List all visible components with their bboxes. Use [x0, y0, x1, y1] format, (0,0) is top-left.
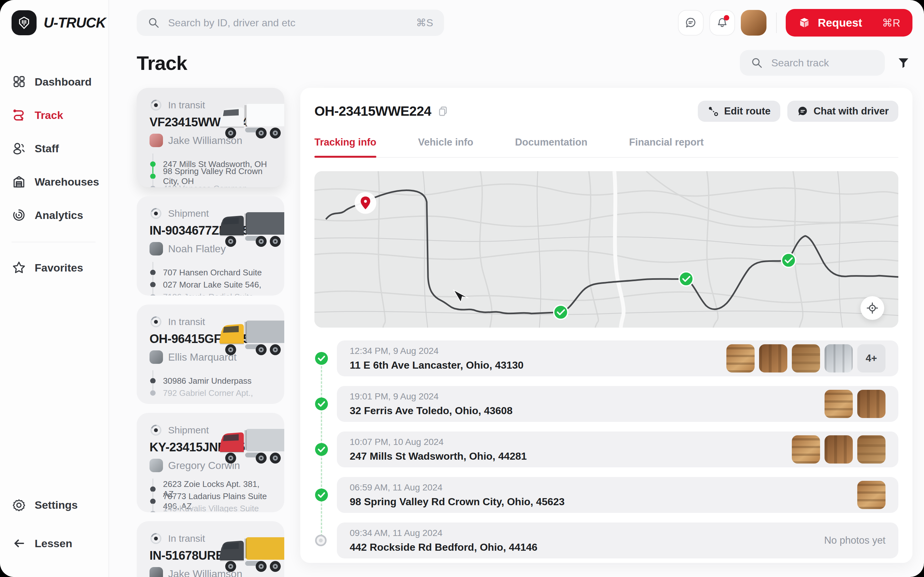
route-checkpoint-2 — [679, 272, 693, 286]
stops-list: 247 Mills St Wadsworth, OH 98 Spring Val… — [150, 158, 271, 187]
driver-avatar — [150, 567, 163, 577]
collapse-sidebar-button[interactable]: Lessen — [11, 532, 108, 554]
timeline-row: 09:34 AM, 11 Aug 2024 442 Rockside Rd Be… — [337, 522, 898, 558]
timeline-marker-icon — [314, 397, 328, 411]
stop-dot-icon — [150, 487, 156, 492]
dashboard-icon — [11, 74, 26, 89]
stop-dot-icon — [150, 174, 156, 179]
track-search[interactable] — [740, 50, 885, 76]
more-photos-badge[interactable]: 4+ — [857, 344, 885, 372]
stop-photo[interactable] — [792, 435, 820, 464]
sidebar-item-dashboard[interactable]: Dashboard — [11, 71, 108, 93]
search-icon — [148, 17, 160, 29]
stop-item: 7186 Jayde Radial Suite, — [150, 291, 271, 295]
sidebar-item-label: Track — [35, 109, 63, 121]
main-area: ⌘S Request ⌘R Track — [109, 0, 924, 577]
request-button[interactable]: Request ⌘R — [786, 9, 913, 37]
timeline-card[interactable]: 19:01 PM, 9 Aug 2024 32 Ferris Ave Toled… — [337, 386, 898, 422]
stop-photo[interactable] — [825, 435, 853, 464]
route-icon — [708, 105, 719, 117]
truck-image — [212, 427, 284, 467]
tab-documentation[interactable]: Documentation — [515, 137, 588, 157]
stop-item: 707 Hansen Orchard Suite — [150, 266, 271, 279]
stop-dot-icon — [150, 294, 156, 296]
global-search[interactable]: ⌘S — [137, 10, 444, 36]
stop-photo[interactable] — [825, 344, 853, 372]
timeline-time: 10:07 PM, 10 Aug 2024 — [350, 437, 527, 447]
detail-shipment-id: OH-23415WWE224 — [314, 103, 431, 119]
stop-photo[interactable] — [857, 435, 885, 464]
route-map[interactable] — [314, 171, 898, 327]
edit-route-button[interactable]: Edit route — [698, 101, 780, 122]
tab-financial-report[interactable]: Financial report — [629, 137, 704, 157]
topbar: ⌘S Request ⌘R — [137, 0, 913, 45]
timeline-address: 11 E 6th Ave Lancaster, Ohio, 43130 — [350, 359, 523, 371]
stop-photo[interactable] — [759, 344, 787, 372]
stop-dot-icon — [150, 161, 156, 167]
timeline-marker-icon — [314, 488, 328, 502]
tab-tracking-info[interactable]: Tracking info — [314, 137, 376, 157]
timeline-card[interactable]: 12:34 PM, 9 Aug 2024 11 E 6th Ave Lancas… — [337, 340, 898, 376]
truck-image — [212, 210, 284, 250]
driver-avatar — [150, 134, 163, 147]
stop-item: 419 Vanessa Common — [150, 182, 271, 187]
stop-photo[interactable] — [857, 481, 885, 509]
stops-list: 2623 Zoie Locks Apt. 381, AZ 70773 Ladar… — [150, 483, 271, 512]
status-ring-icon — [150, 207, 162, 220]
sidebar-item-favorites[interactable]: Favorites — [11, 256, 108, 279]
shipment-card[interactable]: Shipment KY-23415JNF155 Gregory Corwin 2… — [137, 413, 284, 512]
stops-list: 30986 Jamir Underpass 792 Gabriel Corner… — [150, 375, 271, 399]
timeline-card[interactable]: 10:07 PM, 10 Aug 2024 247 Mills St Wadsw… — [337, 432, 898, 467]
shipment-card[interactable]: In transit IN-51678URE401 Jake Williamso… — [137, 521, 284, 577]
global-search-input[interactable] — [168, 17, 408, 29]
timeline-marker-icon — [314, 442, 328, 456]
request-label: Request — [818, 16, 862, 29]
timeline-row: 19:01 PM, 9 Aug 2024 32 Ferris Ave Toled… — [337, 386, 898, 422]
sidebar-item-warehouses[interactable]: Warehouses — [11, 171, 108, 193]
notifications-button[interactable] — [709, 10, 735, 35]
timeline-card[interactable]: 09:34 AM, 11 Aug 2024 442 Rockside Rd Be… — [337, 522, 898, 558]
timeline-time: 19:01 PM, 9 Aug 2024 — [350, 392, 512, 402]
shipment-detail-panel: OH-23415WWE224 Edit route Chat with driv… — [300, 88, 913, 563]
timeline-marker-icon — [315, 535, 326, 546]
filter-icon — [897, 56, 910, 69]
shipment-card[interactable]: In transit VF23415WWE224 Jake Williamson… — [137, 88, 284, 187]
timeline-photos — [857, 481, 885, 509]
route-start-pin — [355, 192, 376, 214]
messages-button[interactable] — [678, 10, 704, 35]
copy-id-button[interactable] — [438, 106, 449, 117]
timeline-card[interactable]: 06:59 AM, 11 Aug 2024 98 Spring Valley R… — [337, 477, 898, 513]
locate-button[interactable] — [861, 296, 884, 320]
sidebar-item-analytics[interactable]: Analytics — [11, 204, 108, 226]
sidebar-item-staff[interactable]: Staff — [11, 137, 108, 160]
content: In transit VF23415WWE224 Jake Williamson… — [137, 88, 913, 577]
stop-item: 792 Gabriel Corner Apt., — [150, 387, 271, 399]
stop-dot-icon — [150, 511, 156, 513]
box-icon — [798, 16, 811, 29]
route-checkpoint-1 — [554, 305, 568, 319]
sidebar-item-settings[interactable]: Settings — [11, 494, 108, 516]
brand: U-TRUCK — [11, 10, 108, 35]
track-search-input[interactable] — [771, 57, 906, 69]
filter-button[interactable] — [895, 54, 913, 72]
stop-dot-icon — [150, 390, 156, 396]
shipment-card[interactable]: Shipment IN-9034677ZFG154 Noah Flatley 7… — [137, 196, 284, 295]
stop-photo[interactable] — [726, 344, 754, 372]
favorites-icon — [11, 260, 26, 275]
user-avatar[interactable] — [741, 10, 766, 35]
sidebar: U-TRUCK Dashboard Track Staff Warehouses… — [0, 0, 109, 577]
notification-dot — [724, 15, 729, 21]
shipment-card[interactable]: In transit OH-96415GFC145 Ellis Marquard… — [137, 305, 284, 404]
sidebar-divider — [11, 242, 95, 242]
no-photos-label: No photos yet — [824, 535, 885, 546]
stop-photo[interactable] — [825, 390, 853, 418]
timeline-address: 98 Spring Valley Rd Crown City, Ohio, 45… — [350, 496, 565, 508]
sidebar-item-track[interactable]: Track — [11, 104, 108, 126]
stop-item: 98 Spring Valley Rd Crown City, OH — [150, 170, 271, 182]
timeline-photos — [792, 435, 885, 464]
chat-with-driver-button[interactable]: Chat with driver — [787, 101, 898, 122]
stop-photo[interactable] — [857, 390, 885, 418]
arrow-left-icon — [11, 536, 26, 551]
tab-vehicle-info[interactable]: Vehicle info — [418, 137, 473, 157]
stop-photo[interactable] — [792, 344, 820, 372]
